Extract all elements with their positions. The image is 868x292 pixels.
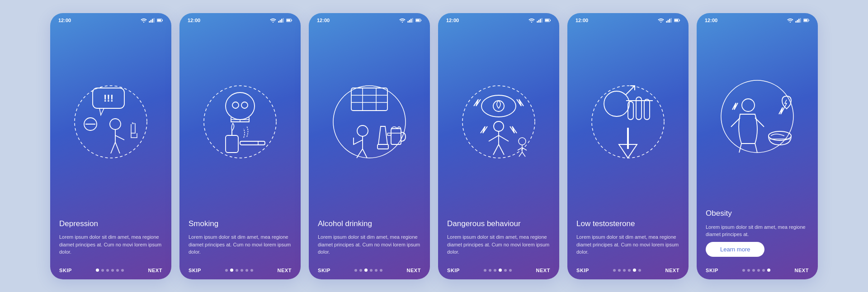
svg-rect-59 [550, 19, 551, 21]
screen-testosterone: 12:00 [567, 13, 689, 279]
svg-rect-89 [809, 19, 809, 21]
skip-button-dangerous[interactable]: SKIP [447, 268, 460, 273]
alcohol-icon [324, 74, 415, 169]
screen-body-dangerous: Lorem ipsum dolor sit dim amet, mea regi… [447, 233, 550, 256]
dot-4 [633, 269, 636, 272]
svg-rect-17 [280, 20, 281, 23]
screen-alcohol: 12:00 [309, 13, 430, 279]
dot-3 [111, 269, 114, 272]
next-button-dangerous[interactable]: NEXT [536, 268, 550, 273]
bottom-nav-smoking: SKIP NEXT [179, 264, 301, 279]
svg-point-74 [604, 91, 629, 116]
wifi-icon [787, 18, 793, 23]
content-area-alcohol: Alcohol drinking Lorem ipsum dolor sit d… [309, 219, 430, 264]
screen-body-obesity: Lorem ipsum dolor sit dim amet, mea regi… [706, 223, 809, 238]
svg-point-82 [790, 21, 791, 22]
signal-icon [537, 18, 543, 23]
screen-body-smoking: Lorem ipsum dolor sit dim amet, mea regi… [189, 233, 292, 256]
svg-point-14 [110, 119, 121, 130]
screen-title-smoking: Smoking [189, 219, 292, 229]
svg-rect-42 [351, 88, 387, 111]
skip-button-depression[interactable]: SKIP [59, 268, 72, 273]
next-button-smoking[interactable]: NEXT [277, 268, 292, 273]
svg-rect-19 [283, 18, 284, 23]
svg-point-91 [742, 99, 755, 111]
svg-point-90 [721, 80, 793, 153]
svg-rect-4 [153, 18, 155, 23]
dot-1 [359, 269, 362, 272]
learn-more-button[interactable]: Learn more [706, 242, 764, 257]
screen-obesity: 12:00 [697, 13, 818, 279]
status-bar: 12:00 [697, 13, 818, 25]
dot-2 [752, 269, 755, 272]
signal-icon [666, 18, 672, 23]
svg-rect-86 [800, 18, 801, 23]
screen-title-depression: Depression [59, 219, 162, 229]
dots-alcohol [354, 269, 382, 272]
obesity-icon [712, 69, 802, 164]
svg-rect-18 [281, 19, 283, 22]
svg-rect-71 [675, 19, 678, 21]
screen-title-alcohol: Alcohol drinking [318, 219, 421, 229]
svg-point-62 [493, 101, 504, 111]
next-button-testosterone[interactable]: NEXT [665, 268, 679, 273]
screen-title-obesity: Obesity [706, 209, 809, 218]
screen-body-testosterone: Lorem ipsum dolor sit dim amet, mea regi… [576, 233, 679, 256]
svg-rect-55 [540, 19, 541, 22]
status-bar: 12:00 [567, 13, 689, 25]
skip-button-smoking[interactable]: SKIP [189, 268, 201, 273]
dot-4 [762, 269, 765, 272]
bottom-nav-obesity: SKIP NEXT [697, 264, 818, 279]
skip-button-alcohol[interactable]: SKIP [318, 268, 330, 273]
svg-point-33 [402, 21, 403, 22]
svg-point-64 [519, 138, 526, 145]
svg-point-15 [273, 21, 274, 22]
svg-point-27 [232, 102, 239, 108]
svg-rect-31 [240, 141, 265, 145]
dot-5 [380, 269, 382, 272]
dot-3 [241, 269, 243, 272]
icon-area-dangerous [438, 25, 559, 219]
svg-rect-83 [795, 21, 797, 22]
dots-testosterone [613, 269, 641, 272]
bottom-nav-testosterone: SKIP NEXT [567, 264, 689, 279]
svg-rect-1 [149, 21, 150, 22]
svg-rect-66 [666, 21, 667, 22]
svg-rect-37 [412, 18, 413, 23]
next-button-alcohol[interactable]: NEXT [406, 268, 421, 273]
status-icons [270, 18, 292, 23]
dot-1 [230, 269, 233, 272]
svg-rect-88 [804, 19, 807, 21]
content-area-testosterone: Low testosterone Lorem ipsum dolor sit d… [567, 219, 689, 264]
status-time: 12:00 [705, 18, 717, 23]
icon-area-obesity [697, 25, 818, 209]
status-bar: 12:00 [179, 13, 301, 25]
next-button-depression[interactable]: NEXT [148, 268, 162, 273]
dot-1 [747, 269, 750, 272]
next-button-obesity[interactable]: NEXT [794, 268, 809, 273]
screen-dangerous: 12:00 [438, 13, 559, 279]
status-icons [528, 18, 551, 23]
skip-button-testosterone[interactable]: SKIP [576, 268, 589, 273]
battery-icon [674, 18, 680, 23]
dot-0 [613, 269, 616, 272]
svg-rect-34 [407, 21, 409, 22]
svg-rect-2 [151, 20, 152, 23]
svg-rect-53 [537, 21, 538, 22]
svg-point-0 [143, 21, 144, 22]
dots-dangerous [484, 269, 512, 272]
skip-button-obesity[interactable]: SKIP [706, 268, 718, 273]
svg-rect-7 [162, 19, 163, 21]
svg-rect-58 [545, 19, 549, 21]
svg-point-41 [333, 86, 406, 158]
bottom-nav-dangerous: SKIP NEXT [438, 264, 559, 279]
screen-body-alcohol: Lorem ipsum dolor sit dim amet, mea regi… [318, 233, 421, 256]
icon-area-depression: !!! [50, 25, 171, 219]
svg-point-60 [462, 86, 535, 158]
status-bar: 12:00 [438, 13, 559, 25]
svg-rect-72 [679, 19, 680, 21]
svg-rect-16 [278, 21, 279, 22]
dangerous-icon [453, 74, 544, 169]
testosterone-icon [583, 74, 673, 169]
status-icons [658, 18, 680, 23]
